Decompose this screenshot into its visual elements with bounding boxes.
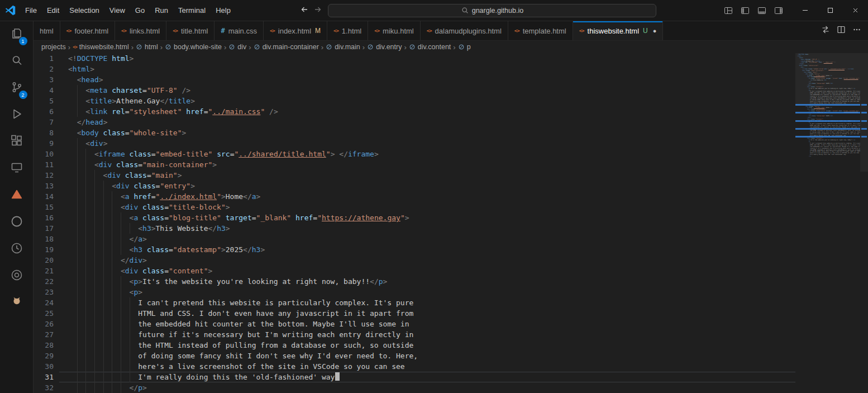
code-line-4[interactable]: <meta charset="UTF-8" /> [59, 85, 795, 96]
code-line-6[interactable]: <link rel="stylesheet" href="../main.css… [59, 106, 795, 117]
tab-thiswebsite.html[interactable]: <>thiswebsite.htmlU● [573, 21, 664, 40]
forward-button[interactable] [313, 5, 322, 16]
minimap-slider[interactable] [795, 53, 860, 105]
menu-selection[interactable]: Selection [64, 4, 104, 16]
line-number: 20 [34, 255, 59, 266]
maximize-button[interactable] [818, 0, 843, 21]
activity-run-debug[interactable] [0, 102, 34, 129]
code-line-29[interactable]: of doing some fancy shit I don't see why… [59, 351, 795, 361]
menu-help[interactable]: Help [211, 4, 236, 16]
indent-guide [94, 308, 95, 319]
activity-explorer[interactable]: 1 [0, 21, 34, 48]
code-line-13[interactable]: <div class="entry"> [59, 181, 795, 191]
tab-dalamudplugins.html[interactable]: <>dalamudplugins.html [421, 21, 508, 40]
vertical-scrollbar[interactable] [860, 53, 868, 393]
line-number: 27 [34, 329, 59, 340]
indent-guide [121, 297, 121, 308]
indent-guide [121, 223, 121, 234]
close-button[interactable] [843, 0, 868, 21]
minimap[interactable]: <!DOCTYPE html><html> <head> <meta chars… [795, 53, 860, 393]
code-line-26[interactable]: the embedded hit counter at the bottom. … [59, 319, 795, 329]
tab-index.html[interactable]: <>index.htmlM [264, 21, 327, 40]
code-line-25[interactable]: HTML and CSS. I don't even have any java… [59, 308, 795, 319]
code-line-11[interactable]: <div class="main-container"> [59, 159, 795, 170]
tab-main.css[interactable]: #main.css [214, 21, 264, 40]
activity-github[interactable] [0, 209, 34, 236]
more-actions-icon[interactable] [852, 25, 861, 36]
toggle-secondary-sidebar-icon[interactable] [771, 3, 786, 18]
line-number: 28 [34, 340, 59, 351]
breadcrumb-item-div.entry[interactable]: div.entry [367, 43, 402, 51]
tab-title.html[interactable]: <>title.html [166, 21, 214, 40]
ruler-mark [861, 136, 867, 138]
breadcrumb-item-p[interactable]: p [458, 43, 471, 51]
tab-html[interactable]: html [34, 21, 60, 40]
toggle-panel-icon[interactable] [755, 3, 769, 18]
code-line-30[interactable]: here's a live screenshot of the site in … [59, 361, 795, 372]
code-line-7[interactable]: </head> [59, 117, 795, 127]
breadcrumb-item-div.main[interactable]: div.main [326, 43, 360, 51]
code-line-8[interactable]: <body class="whole-site"> [59, 127, 795, 138]
menu-edit[interactable]: Edit [42, 4, 64, 16]
toggle-primary-sidebar-icon[interactable] [738, 3, 752, 18]
minimize-button[interactable] [793, 0, 818, 21]
breadcrumb-item-div[interactable]: div [228, 43, 246, 51]
menu-terminal[interactable]: Terminal [173, 4, 211, 16]
code-line-27[interactable]: future if it's necessary but I'm writing… [59, 329, 795, 340]
code-line-10[interactable]: <iframe class="embed-title" src="../shar… [59, 149, 795, 159]
activity-remote-explorer[interactable] [0, 155, 34, 182]
code-line-19[interactable]: <h3 class="datestamp">2025</h3> [59, 244, 795, 255]
breadcrumb-item-body.whole-site[interactable]: body.whole-site [165, 43, 222, 51]
tab-miku.html[interactable]: <>miku.html [368, 21, 420, 40]
code-line-21[interactable]: <div class="content"> [59, 266, 795, 276]
breadcrumb-item-div.content[interactable]: div.content [409, 43, 451, 51]
customize-layout-icon[interactable] [721, 3, 736, 18]
indent-guide [77, 181, 78, 191]
line-number: 22 [34, 276, 59, 287]
code-line-24[interactable]: I can't pretend this website is particul… [59, 297, 795, 308]
menu-view[interactable]: View [104, 4, 130, 16]
activity-extensions[interactable] [0, 129, 34, 155]
split-editor-icon[interactable] [837, 25, 846, 36]
code-line-16[interactable]: <a class="blog-title" target="_blank" hr… [59, 212, 795, 223]
activity-clock-extension[interactable] [0, 236, 34, 263]
code-line-17[interactable]: <h3>This Website</h3> [59, 223, 795, 234]
code-line-1[interactable]: <!DOCTYPE html> [59, 53, 795, 64]
command-center[interactable]: gnargle.github.io [328, 4, 656, 17]
breadcrumb-item-projects[interactable]: projects [41, 43, 66, 51]
code-line-9[interactable]: <div> [59, 138, 795, 149]
open-changes-icon[interactable] [821, 25, 830, 36]
code-line-23[interactable]: <p> [59, 287, 795, 297]
tab-template.html[interactable]: <>template.html [508, 21, 573, 40]
menu-file[interactable]: File [20, 4, 42, 16]
chevron-right-icon: › [453, 43, 455, 51]
activity-search[interactable] [0, 48, 34, 75]
code-line-22[interactable]: <p>It's the website you're looking at ri… [59, 276, 795, 287]
code-line-20[interactable]: </div> [59, 255, 795, 266]
back-button[interactable] [300, 5, 309, 16]
indent-guide [121, 382, 121, 393]
breadcrumb-item-div.main-container[interactable]: div.main-container [254, 43, 319, 51]
code-line-3[interactable]: <head> [59, 74, 795, 85]
menu-run[interactable]: Run [150, 4, 173, 16]
menu-go[interactable]: Go [130, 4, 150, 16]
code-line-28[interactable]: the HTML instead of pulling from a datab… [59, 340, 795, 351]
breadcrumb-item-thiswebsite.html[interactable]: <>thiswebsite.html [73, 43, 129, 51]
tab-footer.html[interactable]: <>footer.html [60, 21, 116, 40]
code-line-31[interactable]: I'm really doing this the 'old-fashioned… [59, 372, 795, 382]
code-line-15[interactable]: <div class="title-block"> [59, 202, 795, 212]
tab-links.html[interactable]: <>links.html [115, 21, 166, 40]
code-line-32[interactable]: </p> [59, 382, 795, 393]
activity-triangle-extension[interactable] [0, 182, 34, 209]
code-line-18[interactable]: </a> [59, 234, 795, 244]
code-line-2[interactable]: <html> [59, 64, 795, 74]
code-line-12[interactable]: <div class="main"> [59, 170, 795, 181]
activity-source-control[interactable]: 2 [0, 75, 34, 102]
activity-cat-extension[interactable] [0, 290, 34, 316]
code-line-14[interactable]: <a href="../index.html">Home</a> [59, 191, 795, 202]
code-line-5[interactable]: <title>Athene.Gay</title> [59, 96, 795, 106]
activity-circle-extension[interactable] [0, 263, 34, 290]
breadcrumb-item-html[interactable]: html [136, 43, 158, 51]
code-area[interactable]: <!DOCTYPE html><html> <head> <meta chars… [59, 53, 795, 393]
tab-1.html[interactable]: <>1.html [327, 21, 368, 40]
